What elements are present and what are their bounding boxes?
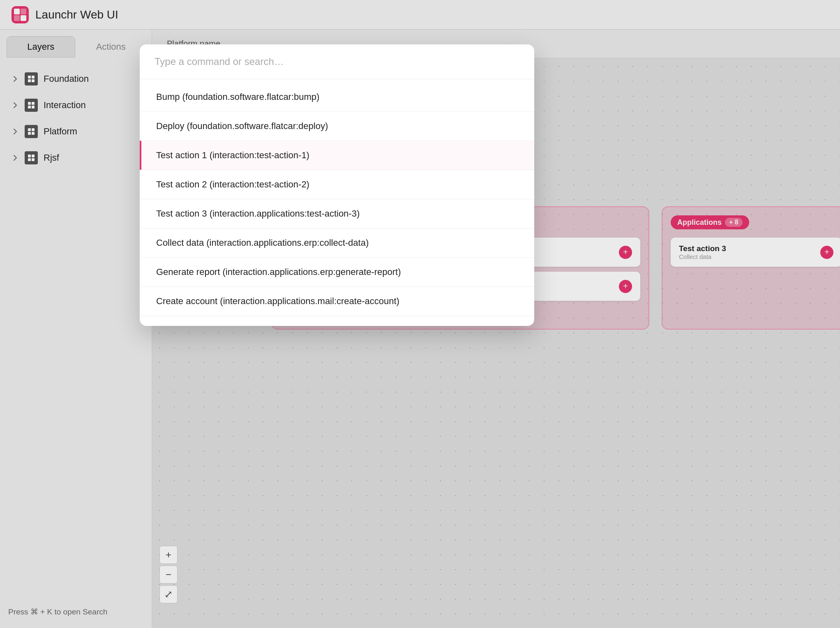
command-item-2[interactable]: Test action 1 (interaction:test-action-1… — [140, 141, 534, 170]
command-item-8[interactable]: Send mails (interaction.applications.mai… — [140, 316, 534, 326]
command-item-5[interactable]: Collect data (interaction.applications.e… — [140, 228, 534, 257]
command-item-7[interactable]: Create account (interaction.applications… — [140, 286, 534, 316]
command-item-1[interactable]: Deploy (foundation.software.flatcar:depl… — [140, 111, 534, 141]
command-search-area — [140, 44, 534, 79]
command-item-0[interactable]: Bump (foundation.software.flatcar:bump) — [140, 83, 534, 111]
command-item-3[interactable]: Test action 2 (interaction:test-action-2… — [140, 170, 534, 199]
command-palette: Bump (foundation.software.flatcar:bump) … — [140, 44, 534, 326]
command-item-6[interactable]: Generate report (interaction.application… — [140, 257, 534, 286]
command-list: Bump (foundation.software.flatcar:bump) … — [140, 79, 534, 326]
command-search-input[interactable] — [155, 56, 519, 67]
command-item-4[interactable]: Test action 3 (interaction.applications:… — [140, 199, 534, 228]
